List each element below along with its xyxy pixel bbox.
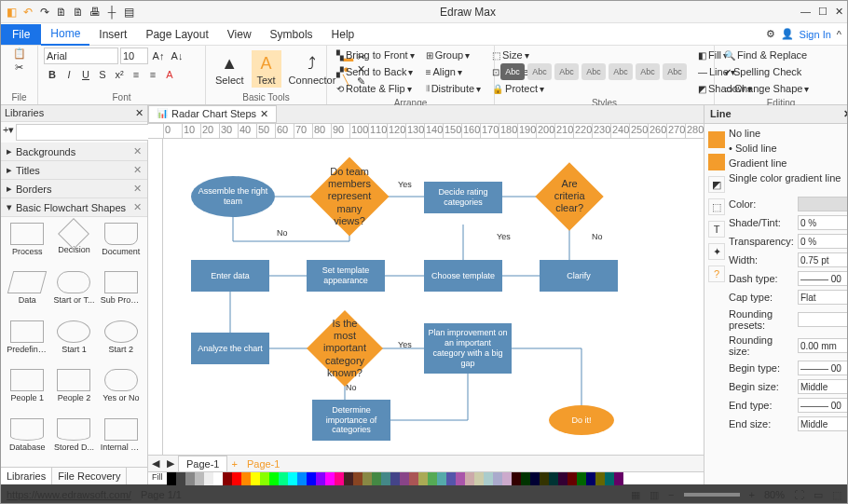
view-icon[interactable]: ▦ [631,489,640,501]
search-input[interactable] [16,124,150,141]
close-icon[interactable]: ✕ [133,164,142,176]
zoom-in-icon[interactable]: + [749,489,755,500]
file-menu[interactable]: File [1,24,41,45]
transparency-input[interactable] [798,234,848,249]
font-size-select[interactable] [120,48,148,64]
shape-item[interactable]: Sub Proc... [99,269,144,316]
flowchart-node[interactable]: Set template appearance [307,260,385,292]
color-swatch[interactable] [465,472,474,485]
color-swatch[interactable] [568,472,577,485]
color-swatch[interactable] [316,472,325,485]
flowchart-node[interactable]: Clarify [540,260,618,292]
color-swatch[interactable] [232,472,241,485]
bullets-button[interactable]: ≡ [128,66,144,83]
color-swatch[interactable] [512,472,521,485]
flowchart-node[interactable]: Decide rating categories [424,182,502,213]
qat-icon[interactable]: 🗎 [72,6,85,19]
italic-button[interactable]: I [61,66,77,83]
line-type-option[interactable]: Single color gradient line [729,172,848,184]
view-icon[interactable]: ▥ [650,489,659,501]
canvas[interactable]: Assemble the right teamDo team members r… [163,139,704,455]
paste-icon[interactable]: 📋 [13,48,26,60]
close-icon[interactable]: ✕ [835,6,843,18]
fill-category-icon[interactable] [708,131,725,148]
color-swatch[interactable] [428,472,437,485]
undo-icon[interactable]: ↶ [21,6,34,19]
add-library-icon[interactable]: +▾ [3,124,14,141]
tab-page-layout[interactable]: Page Layout [136,24,217,45]
options-icon[interactable]: ⚙ [766,28,775,40]
flowchart-node[interactable]: Do it! [549,405,614,435]
shade-input[interactable] [798,215,848,230]
color-swatch[interactable] [409,472,418,485]
find-replace-button[interactable]: 🔍 Find & Replace [720,48,811,62]
grow-font-icon[interactable]: A↑ [150,48,167,64]
shape-item[interactable]: Predefine... [5,319,49,365]
line-category-icon[interactable] [708,154,725,170]
style-chip[interactable]: Abc [581,63,606,80]
color-swatch[interactable] [614,472,623,485]
color-swatch[interactable] [185,472,195,485]
style-chip[interactable]: Abc [554,63,579,80]
color-swatch[interactable] [530,472,540,485]
shape-item[interactable]: Start or T... [51,269,96,316]
shape-item[interactable]: Internal S... [99,416,144,463]
qat-icon[interactable]: 🗎 [55,6,68,19]
lib-section-flowchart[interactable]: ▾ Basic Flowchart Shapes✕ [1,198,147,217]
document-tab[interactable]: 📊 Radar Chart Steps ✕ [148,105,277,123]
color-swatch[interactable] [446,472,456,485]
color-swatch[interactable] [167,472,176,485]
style-chip[interactable]: Abc [609,63,633,80]
shape-item[interactable]: Decision [51,221,96,267]
status-url[interactable]: https://www.edrawsoft.com/ [7,489,131,500]
color-swatch[interactable] [297,472,307,485]
close-icon[interactable]: ✕ [135,107,144,119]
lib-section-titles[interactable]: ▸ Titles✕ [1,161,147,180]
select-tool[interactable]: ▲Select [212,50,248,88]
color-swatch[interactable] [474,472,484,485]
color-swatch[interactable] [204,472,213,485]
tab-view[interactable]: View [218,24,261,45]
maximize-icon[interactable]: ☐ [818,6,827,18]
color-swatch[interactable] [251,472,260,485]
color-swatch[interactable] [372,472,381,485]
shape-item[interactable]: People 1 [5,367,49,414]
color-swatch[interactable] [390,472,400,485]
color-swatch[interactable] [577,472,586,485]
font-family-select[interactable] [44,48,118,64]
style-chip[interactable]: Abc [663,63,687,80]
color-swatch[interactable] [549,472,558,485]
bring-front-button[interactable]: ▚ Bring to Front ▾ [333,48,418,62]
color-swatch[interactable] [521,472,530,485]
send-back-button[interactable]: ▞ Send to Back ▾ [333,64,418,79]
font-color-button[interactable]: A [161,66,178,83]
shape-item[interactable]: Database [5,416,49,463]
shape-item[interactable]: Yes or No [99,367,144,414]
close-icon[interactable]: ✕ [133,145,142,157]
color-swatch[interactable] [307,472,316,485]
color-swatch[interactable] [213,472,223,485]
flowchart-node[interactable]: Assemble the right team [191,176,275,217]
print-icon[interactable]: 🖶 [89,6,102,19]
page-tab[interactable]: Page-1 [178,456,227,472]
flowchart-node[interactable]: Choose template [424,260,502,292]
style-chip[interactable]: Abc [500,63,525,80]
color-swatch[interactable] [223,472,232,485]
dash-input[interactable] [798,271,848,286]
flowchart-node[interactable]: Plan improvement on an important categor… [424,323,512,374]
change-shape-button[interactable]: ▭ Change Shape ▾ [720,81,813,96]
effects-category-icon[interactable]: ✦ [708,243,725,260]
user-icon[interactable]: 👤 [781,28,794,40]
add-page-icon[interactable]: + [227,458,240,470]
minimize-icon[interactable]: — [800,6,811,18]
zoom-slider[interactable] [684,493,740,497]
color-swatch[interactable] [558,472,568,485]
text-category-icon[interactable]: T [708,221,725,238]
spell-check-button[interactable]: ✔ Spelling Check [720,64,805,79]
close-icon[interactable]: ✕ [260,108,268,120]
zoom-out-icon[interactable]: − [668,489,674,500]
begin-type-input[interactable] [798,361,848,375]
close-icon[interactable]: ✕ [843,108,848,120]
shape-item[interactable]: Stored D... [51,416,96,463]
color-swatch[interactable] [484,472,493,485]
